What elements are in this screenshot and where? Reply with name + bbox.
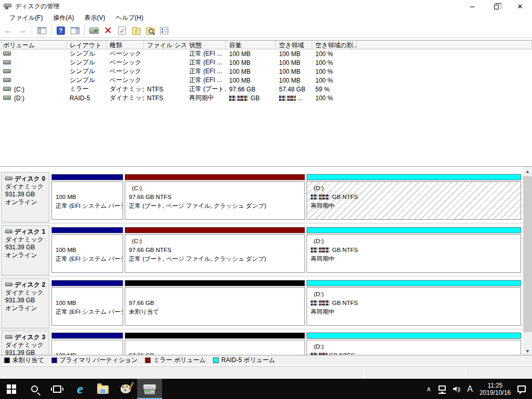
- column-header-status[interactable]: 状態: [186, 41, 226, 49]
- cell-layout: ミラー: [66, 85, 107, 94]
- volume-icon: [3, 69, 11, 73]
- legend-label: RAID-5 ボリューム: [221, 356, 275, 365]
- disk3-partition-d[interactable]: (D:) GB NTFS: [307, 332, 521, 355]
- column-header-free-pct[interactable]: 空き領域の割...: [312, 41, 357, 49]
- file-explorer-button[interactable]: [91, 379, 114, 399]
- scrollbar-thumb[interactable]: [523, 176, 532, 332]
- cell-layout: シンプル: [66, 67, 107, 76]
- menu-file[interactable]: ファイル(F): [4, 12, 48, 24]
- paint-icon: [121, 384, 131, 393]
- table-row-volume-d[interactable]: (D:) RAID-5 ダイナミック NTFS 再同期中 GB ... 100 …: [0, 94, 532, 102]
- column-header-type[interactable]: 種類: [107, 41, 144, 49]
- disk-row-0: ディスク 0 ダイナミック 931.39 GB オンライン 100 MB 正常 …: [0, 171, 523, 223]
- disk1-partition-c[interactable]: (C:) 97.66 GB NTFS 正常 (ブート, ページ ファイル, クラ…: [125, 227, 305, 275]
- delete-volume-button[interactable]: ✕: [102, 24, 114, 36]
- legend-mirror-volume: ミラー ボリューム: [145, 356, 206, 365]
- paint-button[interactable]: [114, 379, 137, 399]
- minimize-button[interactable]: ─: [460, 0, 484, 12]
- legend-unallocated: 未割り当て: [4, 356, 44, 365]
- disk-type: ダイナミック: [5, 236, 47, 244]
- search-icon: [31, 385, 38, 392]
- open-button[interactable]: [130, 24, 142, 36]
- restore-button[interactable]: [484, 0, 508, 12]
- disk1-partition-efi[interactable]: 100 MB 正常 (EFI システム パーティ:: [51, 227, 123, 275]
- cell-status: 正常 (EFI ...: [186, 49, 226, 58]
- disk3-partition-efi[interactable]: 100 MB: [51, 332, 123, 355]
- partition-letter: (D:): [311, 342, 520, 351]
- help-button[interactable]: ?: [55, 24, 67, 36]
- disk1-label-panel[interactable]: ディスク 1 ダイナミック 931.39 GB オンライン: [1, 225, 49, 275]
- cell-capacity: 100 MB: [226, 77, 276, 84]
- scroll-up-icon[interactable]: ▲: [523, 167, 532, 176]
- task-view-button[interactable]: [46, 379, 69, 399]
- disk-row-3: ディスク 3 ダイナミック 931.39 GB 100 MB 97.66 GB …: [0, 329, 523, 355]
- toolbar-separator: [32, 25, 32, 36]
- toolbar-separator: [51, 25, 51, 36]
- cell-status: 正常 (EFI ...: [186, 76, 226, 85]
- cell-status: 正常 (EFI ...: [186, 58, 226, 67]
- table-row-volume-2[interactable]: シンプル ベーシック 正常 (EFI ... 100 MB 100 MB 100…: [0, 58, 532, 67]
- show-console-tree-button[interactable]: [35, 24, 48, 36]
- cell-free: 100 MB: [276, 68, 312, 75]
- disk2-partition-unallocated[interactable]: 97.66 GB 未割り当て: [125, 280, 305, 328]
- disk3-partition-unallocated[interactable]: 97.66 GB: [125, 332, 305, 355]
- column-header-volume[interactable]: ボリューム: [0, 41, 66, 49]
- menu-view[interactable]: 表示(V): [79, 12, 110, 24]
- disk0-partition-c[interactable]: (C:) 97.66 GB NTFS 正常 (ブート, ページ ファイル, クラ…: [125, 174, 305, 222]
- menu-action[interactable]: 操作(A): [48, 12, 79, 24]
- table-row-volume-1[interactable]: シンプル ベーシック 正常 (EFI ... 100 MB 100 MB 100…: [0, 49, 532, 58]
- properties-list-button[interactable]: [158, 24, 170, 36]
- search-button[interactable]: [23, 379, 46, 399]
- clock[interactable]: 11:252019/10/16: [476, 379, 514, 399]
- disk0-partition-efi[interactable]: 100 MB 正常 (EFI システム パーティ:: [51, 174, 123, 222]
- close-button[interactable]: ✕: [508, 0, 532, 12]
- column-header-free[interactable]: 空き領域: [276, 41, 312, 49]
- cell-free: 100 MB: [276, 50, 312, 58]
- show-action-pane-button[interactable]: [69, 24, 81, 36]
- disk-name: ディスク 3: [15, 334, 45, 341]
- cell-type: ダイナミック: [107, 94, 144, 102]
- start-button[interactable]: [0, 379, 23, 399]
- unallocated-bar: [125, 280, 305, 286]
- internet-explorer-button[interactable]: e: [69, 379, 91, 399]
- disk2-partition-d[interactable]: (D:) GB NTFS 再同期中: [307, 280, 521, 328]
- disk3-label-panel[interactable]: ディスク 3 ダイナミック 931.39 GB: [1, 330, 49, 355]
- vertical-scrollbar[interactable]: ▲ ▼: [523, 167, 532, 355]
- tool-icon: [89, 28, 99, 34]
- legend-raid5-volume: RAID-5 ボリューム: [213, 356, 275, 365]
- disk-management-taskbar-button[interactable]: [137, 379, 162, 399]
- scroll-down-icon[interactable]: ▼: [523, 347, 532, 355]
- table-row-volume-4[interactable]: シンプル ベーシック 正常 (EFI ... 100 MB 100 MB 100…: [0, 76, 532, 85]
- column-header-filesystem[interactable]: ファイル システム: [144, 41, 186, 49]
- cell-free: 100 MB: [276, 59, 312, 66]
- disk-icon: [5, 177, 12, 180]
- partition-status: 再同期中: [311, 255, 520, 263]
- primary-partition-bar: [51, 280, 123, 286]
- commit-button[interactable]: [116, 24, 128, 36]
- cell-layout: シンプル: [66, 76, 107, 85]
- ime-mode-button[interactable]: A: [463, 379, 476, 399]
- column-header-capacity[interactable]: 容量: [226, 41, 276, 49]
- disk0-partition-d[interactable]: (D:) GB NTFS 再同期中: [307, 174, 521, 222]
- disk2-label-panel[interactable]: ディスク 2 ダイナミック 931.39 GB オンライン: [1, 278, 49, 328]
- partition-status: 正常 (ブート, ページ ファイル, クラッシュ ダンプ): [129, 255, 303, 263]
- action-center-icon: [517, 385, 526, 392]
- table-row-volume-c[interactable]: (C:) ミラー ダイナミック NTFS 正常 (ブート... 97.66 GB…: [0, 85, 532, 94]
- back-button[interactable]: ←: [2, 24, 15, 36]
- disk1-partition-d[interactable]: (D:) GB NTFS 再同期中: [307, 227, 521, 275]
- column-header-layout[interactable]: レイアウト: [66, 41, 107, 49]
- tool-button[interactable]: [88, 24, 100, 36]
- menu-help[interactable]: ヘルプ(H): [110, 12, 149, 24]
- table-row-volume-3[interactable]: シンプル ベーシック 正常 (EFI ... 100 MB 100 MB 100…: [0, 67, 532, 76]
- volume-icon: [3, 60, 11, 64]
- menubar: ファイル(F) 操作(A) 表示(V) ヘルプ(H): [0, 12, 532, 23]
- volume-button[interactable]: )): [449, 379, 463, 399]
- explore-button[interactable]: [144, 24, 156, 36]
- disk2-partition-efi[interactable]: 100 MB 正常 (EFI システム パーティ:: [51, 280, 123, 328]
- network-button[interactable]: [435, 379, 449, 399]
- forward-button[interactable]: →: [16, 24, 29, 36]
- partition-letter: (C:): [129, 184, 303, 193]
- disk0-label-panel[interactable]: ディスク 0 ダイナミック 931.39 GB オンライン: [1, 172, 49, 222]
- action-center-button[interactable]: [514, 379, 532, 399]
- show-hidden-icons-button[interactable]: ∧: [422, 379, 435, 399]
